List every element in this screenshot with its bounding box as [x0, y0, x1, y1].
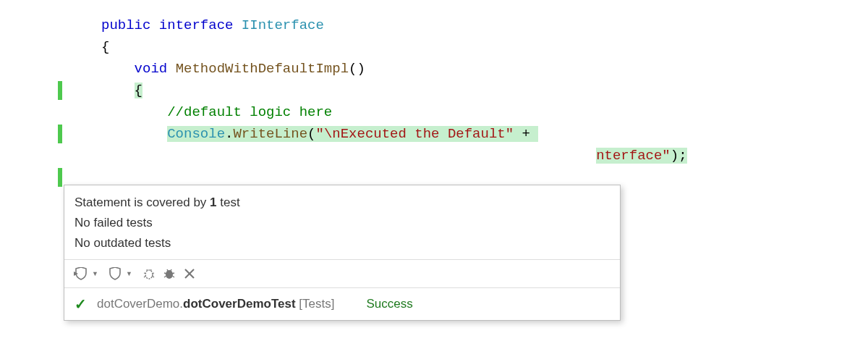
- code-line: public interface IInterface: [0, 14, 868, 36]
- code-text: //default logic here: [65, 101, 332, 123]
- type-name: IInterface: [242, 17, 324, 33]
- close-paren-semi: );: [671, 148, 687, 164]
- gutter: [0, 36, 65, 58]
- checkmark-icon: ✓: [75, 295, 87, 313]
- svg-point-7: [166, 270, 173, 279]
- keyword-interface: interface: [159, 17, 234, 33]
- gutter: [0, 14, 65, 36]
- string-literal: "\nExecuted the Default": [315, 126, 514, 142]
- code-editor[interactable]: public interface IInterface { void Metho…: [0, 14, 868, 188]
- coverage-summary-line: Statement is covered by 1 test: [75, 193, 610, 213]
- tooltip-body: Statement is covered by 1 test No failed…: [64, 185, 620, 259]
- test-result-row[interactable]: ✓ dotCoverDemo.dotCoverDemoTest [Tests] …: [64, 287, 620, 320]
- svg-line-13: [171, 269, 171, 271]
- parens: (): [349, 61, 365, 77]
- test-namespace: dotCoverDemo.: [97, 297, 183, 311]
- coverage-count: 1: [210, 195, 216, 209]
- code-text: {: [65, 80, 142, 101]
- code-line: {: [0, 36, 868, 58]
- test-name: dotCoverDemoTest: [183, 297, 296, 311]
- plus-operator: +: [514, 126, 538, 142]
- comment: //default logic here: [167, 104, 332, 120]
- tooltip-toolbar: ▼ ▼: [64, 259, 620, 287]
- gutter: [0, 145, 65, 167]
- brace-open: {: [101, 39, 109, 55]
- keyword-public: public: [101, 17, 150, 33]
- bug-outline-icon[interactable]: [141, 266, 157, 282]
- svg-line-6: [150, 269, 151, 271]
- test-status: Success: [366, 297, 412, 311]
- gutter[interactable]: [0, 80, 65, 101]
- code-text: {: [65, 36, 109, 58]
- code-line: //default logic here: [0, 101, 868, 123]
- dropdown-arrow-icon[interactable]: ▼: [92, 270, 98, 277]
- test-path: dotCoverDemo.dotCoverDemoTest [Tests]: [97, 297, 334, 311]
- code-text: Console.WriteLine("\nExecuted the Defaul…: [65, 123, 538, 145]
- bug-filled-icon[interactable]: [161, 266, 177, 282]
- code-line: Console.WriteLine("\nExecuted the Defaul…: [0, 123, 868, 145]
- test-category: [Tests]: [296, 297, 335, 311]
- svg-line-9: [172, 273, 174, 274]
- code-text: public interface IInterface: [65, 14, 324, 36]
- no-outdated-tests-line: No outdated tests: [75, 233, 610, 253]
- method-name: MethodWithDefaultImpl: [176, 61, 349, 77]
- coverage-text: Statement is covered by: [75, 195, 210, 209]
- code-line: nterface");: [0, 145, 868, 167]
- keyword-void: void: [135, 61, 168, 77]
- coverage-marker[interactable]: [58, 125, 62, 143]
- paren-open: (: [307, 126, 315, 142]
- code-text: nterface");: [65, 145, 687, 167]
- gutter: [0, 101, 65, 123]
- code-line: void MethodWithDefaultImpl(): [0, 58, 868, 80]
- code-line: {: [0, 80, 868, 101]
- coverage-marker[interactable]: [58, 168, 62, 187]
- svg-line-10: [164, 276, 166, 277]
- svg-point-0: [145, 270, 153, 279]
- close-icon[interactable]: [182, 266, 197, 282]
- no-failed-tests-line: No failed tests: [75, 213, 610, 233]
- svg-line-3: [144, 276, 146, 277]
- console-type: Console: [167, 126, 225, 142]
- dropdown-arrow-icon[interactable]: ▼: [126, 270, 132, 277]
- writeline-method: WriteLine: [233, 126, 307, 142]
- svg-line-8: [164, 273, 166, 274]
- coverage-text: test: [217, 195, 240, 209]
- gutter: [0, 58, 65, 80]
- shield-icon[interactable]: [107, 266, 123, 282]
- code-text: void MethodWithDefaultImpl(): [65, 58, 365, 80]
- shield-run-icon[interactable]: [73, 266, 89, 282]
- svg-line-11: [172, 276, 174, 277]
- brace-open-covered: {: [135, 83, 142, 98]
- string-literal-tail: nterface": [596, 148, 671, 164]
- coverage-tooltip: Statement is covered by 1 test No failed…: [64, 185, 621, 321]
- gutter[interactable]: [0, 167, 65, 188]
- gutter[interactable]: [0, 123, 65, 145]
- dot: .: [225, 126, 233, 142]
- coverage-marker[interactable]: [58, 81, 62, 100]
- svg-line-12: [167, 269, 168, 271]
- svg-line-5: [147, 269, 148, 271]
